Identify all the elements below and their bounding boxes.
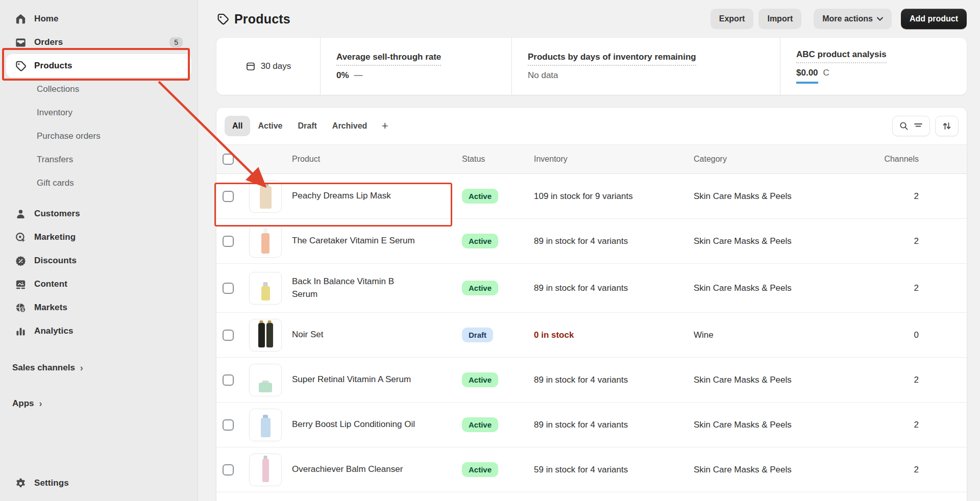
chevron-right-icon: › [39, 398, 42, 409]
sort-button[interactable] [935, 116, 959, 136]
add-product-button[interactable]: Add product [901, 9, 967, 29]
sidebar-item-apps[interactable]: Apps › [6, 392, 191, 415]
column-header-status[interactable]: Status [462, 155, 534, 164]
column-header-inventory[interactable]: Inventory [534, 155, 694, 164]
row-checkbox[interactable] [223, 236, 234, 247]
search-filter-button[interactable] [892, 116, 930, 136]
sidebar-item-analytics[interactable]: Analytics [6, 319, 191, 343]
sidebar-subitem-label: Purchase orders [37, 131, 101, 141]
table-row-overachiever-balm-cleanser[interactable]: Overachiever Balm Cleanser Active 59 in … [216, 447, 967, 492]
sidebar-item-label: Products [34, 61, 183, 71]
sidebar-subitem-label: Gift cards [37, 178, 74, 188]
sidebar-item-marketing[interactable]: Marketing [6, 226, 191, 249]
channels-cell: 2 [863, 236, 919, 246]
table-row-berry-boost-lip-conditioning-oil[interactable]: Berry Boost Lip Conditioning Oil Active … [216, 403, 967, 447]
stat-sell-through-title[interactable]: Average sell-through rate [336, 52, 441, 66]
product-image [258, 323, 265, 347]
category-cell: Skin Care Masks & Peels [694, 375, 863, 385]
product-name-link[interactable]: Overachiever Balm Cleanser [292, 463, 445, 476]
sidebar-item-markets[interactable]: $ Markets [6, 296, 191, 319]
inventory-cell: 89 in stock for 4 variants [534, 375, 694, 385]
page-title: Products [216, 12, 290, 27]
table-row-super-retinal-vitamin-a-serum[interactable]: Super Retinal Vitamin A Serum Active 89 … [216, 358, 967, 403]
sidebar-item-home[interactable]: Home [6, 7, 191, 31]
page-title-text: Products [234, 12, 290, 27]
column-header-channels[interactable]: Channels [863, 155, 919, 164]
product-thumbnail [249, 319, 282, 352]
product-name-link[interactable]: Super Retinal Vitamin A Serum [292, 373, 445, 386]
main-content: Products Export Import More actions Add … [198, 0, 980, 501]
channels-cell: 2 [863, 420, 919, 430]
product-name-link[interactable]: Back In Balance Vitamin B Serum [292, 275, 445, 300]
table-row-peachy-dreams-lip-mask[interactable]: Peachy Dreams Lip Mask Active 109 in sto… [216, 174, 967, 219]
sidebar-item-purchase-orders[interactable]: Purchase orders [6, 124, 191, 148]
sidebar-item-collections[interactable]: Collections [6, 78, 191, 101]
filter-icon [913, 121, 923, 131]
sidebar-item-discounts[interactable]: Discounts [6, 249, 191, 272]
export-button[interactable]: Export [710, 9, 754, 29]
product-name-link[interactable]: Noir Set [292, 329, 445, 341]
tab-archived[interactable]: Archived [325, 116, 375, 136]
stat-days-of-inventory-title[interactable]: Products by days of inventory remaining [528, 52, 696, 66]
sidebar-item-content[interactable]: Content [6, 272, 191, 296]
sidebar-item-inventory[interactable]: Inventory [6, 101, 191, 124]
more-actions-button[interactable]: More actions [814, 9, 892, 29]
select-all-checkbox[interactable] [223, 154, 234, 165]
category-cell: Skin Care Masks & Peels [694, 283, 863, 293]
add-view-button[interactable]: + [375, 116, 395, 136]
row-checkbox[interactable] [223, 191, 234, 202]
table-row-noir-set[interactable]: Noir Set Draft 0 in stock Wine 0 [216, 313, 967, 358]
inventory-cell: 0 in stock [534, 330, 694, 340]
channels-cell: 0 [863, 330, 919, 340]
channels-cell: 2 [863, 375, 919, 385]
category-cell: Skin Care Masks & Peels [694, 465, 863, 475]
date-range-button[interactable]: 30 days [216, 38, 320, 95]
stat-abc-analysis-title[interactable]: ABC product analysis [796, 49, 887, 63]
row-checkbox[interactable] [223, 464, 234, 475]
sidebar-item-orders[interactable]: Orders 5 [6, 31, 191, 54]
product-name-link[interactable]: The Caretaker Vitamin E Serum [292, 235, 445, 247]
stat-sell-through: Average sell-through rate 0% — [320, 38, 511, 95]
customers-icon [15, 208, 27, 220]
channels-cell: 2 [863, 465, 919, 475]
tab-all[interactable]: All [225, 116, 250, 136]
date-range-label: 30 days [261, 61, 291, 71]
tab-active[interactable]: Active [250, 116, 290, 136]
product-image [259, 383, 272, 392]
orders-icon [15, 37, 27, 48]
row-checkbox[interactable] [223, 330, 234, 341]
sidebar-item-sales-channels[interactable]: Sales channels › [6, 356, 191, 380]
header-actions: Export Import More actions Add product [710, 9, 967, 29]
sidebar-subitem-label: Inventory [37, 108, 72, 118]
sidebar-item-transfers[interactable]: Transfers [6, 148, 191, 171]
product-image [261, 286, 270, 300]
product-name-link[interactable]: Berry Boost Lip Conditioning Oil [292, 418, 445, 431]
status-badge: Active [462, 462, 498, 477]
table-row-back-in-balance-vitamin-b[interactable]: Back In Balance Vitamin B Serum Active 8… [216, 264, 967, 313]
filter-tabbar: All Active Draft Archived + [216, 108, 967, 144]
sidebar-item-products[interactable]: Products [6, 54, 191, 78]
column-header-product[interactable]: Product [292, 155, 462, 164]
search-icon [899, 121, 909, 131]
products-table-card: All Active Draft Archived + Product Stat… [216, 108, 967, 501]
sidebar-item-label: Orders [34, 37, 162, 47]
content-icon [15, 279, 27, 290]
row-checkbox[interactable] [223, 283, 234, 294]
status-badge: Active [462, 234, 498, 248]
import-button[interactable]: Import [758, 9, 801, 29]
row-checkbox[interactable] [223, 419, 234, 431]
table-row-the-caretaker-vitamin-e-serum[interactable]: The Caretaker Vitamin E Serum Active 89 … [216, 219, 967, 264]
sidebar-nav: Home Orders 5 Products Collections Inven… [0, 7, 198, 343]
product-name-link[interactable]: Peachy Dreams Lip Mask [292, 190, 445, 203]
more-actions-label: More actions [822, 14, 873, 23]
sidebar-item-customers[interactable]: Customers [6, 202, 191, 226]
product-image [262, 459, 269, 482]
sidebar-subitem-label: Transfers [37, 155, 73, 165]
sidebar-item-gift-cards[interactable]: Gift cards [6, 171, 191, 195]
column-header-category[interactable]: Category [694, 155, 863, 164]
table-header-row: Product Status Inventory Category Channe… [216, 144, 967, 174]
category-cell: Skin Care Masks & Peels [694, 191, 863, 202]
row-checkbox[interactable] [223, 374, 234, 386]
sidebar-item-settings[interactable]: Settings [6, 471, 191, 495]
tab-draft[interactable]: Draft [290, 116, 324, 136]
